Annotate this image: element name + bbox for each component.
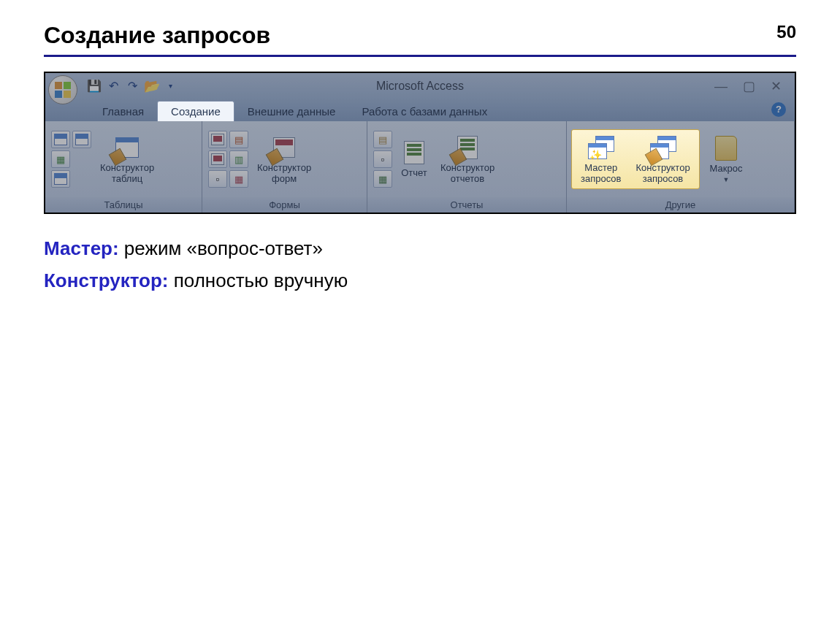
page-number: 50 — [776, 22, 796, 42]
group-forms: ▤ ▥ ▫ ▦ Конструктор форм Формы — [202, 121, 367, 213]
tab-home[interactable]: Главная — [89, 102, 157, 121]
labels-button[interactable]: ▤ — [373, 131, 392, 148]
macro-label: Макрос — [710, 164, 743, 175]
table-templates-button[interactable] — [72, 131, 91, 148]
group-tables: ▦ Конструктор таблиц Таблицы — [45, 121, 202, 213]
wizard-text: режим «вопрос-ответ» — [119, 237, 323, 259]
report-label: Отчет — [401, 168, 427, 179]
table-extra-button[interactable] — [51, 170, 70, 188]
report-button[interactable]: Отчет — [397, 138, 432, 180]
wizard-term: Мастер: — [44, 237, 119, 259]
form-button[interactable] — [208, 131, 227, 148]
tab-database-tools[interactable]: Работа с базами данных — [348, 102, 500, 121]
designer-text: полностью вручную — [168, 269, 348, 291]
pivot-chart-button[interactable]: ▥ — [229, 150, 248, 168]
split-form-button[interactable]: ▤ — [229, 131, 248, 148]
sharepoint-lists-button[interactable]: ▦ — [51, 150, 70, 168]
forms-small-buttons: ▤ ▥ ▫ ▦ — [208, 131, 248, 188]
office-button[interactable] — [48, 75, 77, 104]
report-designer-label: Конструктор отчетов — [440, 163, 495, 185]
form-designer-label: Конструктор форм — [257, 163, 311, 185]
group-tables-label: Таблицы — [45, 197, 202, 213]
blank-form-button[interactable]: ▫ — [208, 170, 227, 188]
group-forms-label: Формы — [202, 197, 367, 213]
tables-small-buttons: ▦ — [51, 131, 91, 188]
wizard-description: Мастер: режим «вопрос-ответ» — [44, 232, 796, 264]
query-designer-button[interactable]: Конструктор запросов — [628, 131, 697, 188]
blank-report-button[interactable]: ▫ — [373, 150, 392, 168]
designer-description: Конструктор: полностью вручную — [44, 264, 796, 297]
designer-term: Конструктор: — [44, 269, 168, 291]
app-title: Microsoft Access — [45, 80, 795, 93]
form-designer-button[interactable]: Конструктор форм — [253, 133, 316, 186]
table-button[interactable] — [51, 131, 70, 148]
more-forms-button[interactable]: ▦ — [229, 170, 248, 188]
query-designer-label: Конструктор запросов — [635, 163, 690, 185]
group-reports-label: Отчеты — [367, 197, 566, 213]
slide-header: Создание запросов 50 — [44, 22, 796, 57]
reports-small-buttons: ▤ ▫ ▦ — [373, 131, 392, 188]
query-buttons-highlight: ✨ Мастер запросов Конструктор запросов — [571, 129, 700, 190]
slide-title: Создание запросов — [44, 22, 270, 49]
query-wizard-button[interactable]: ✨ Мастер запросов — [573, 131, 628, 188]
help-icon[interactable]: ? — [771, 102, 786, 117]
titlebar: 💾 ↶ ↷ 📂 ▾ Microsoft Access — ▢ ✕ — [45, 73, 795, 99]
macro-dropdown-icon[interactable]: ▼ — [723, 176, 730, 183]
macro-button[interactable]: Макрос ▼ — [706, 134, 747, 185]
report-designer-button[interactable]: Конструктор отчетов — [436, 133, 499, 186]
group-other-label: Другие — [567, 197, 794, 213]
multiple-items-button[interactable] — [208, 150, 227, 168]
query-wizard-label: Мастер запросов — [581, 163, 621, 185]
tab-external-data[interactable]: Внешние данные — [234, 102, 349, 121]
ribbon-body: ▦ Конструктор таблиц Таблицы ▤ — [45, 121, 795, 213]
group-reports: ▤ ▫ ▦ Отчет Конструктор отчетов Отчеты — [367, 121, 567, 213]
table-designer-button[interactable]: Конструктор таблиц — [96, 133, 159, 186]
group-other: ✨ Мастер запросов Конструктор запросов М… — [567, 121, 795, 213]
table-designer-label: Конструктор таблиц — [100, 163, 154, 185]
report-wizard-button[interactable]: ▦ — [373, 170, 392, 188]
ribbon-tabs: Главная Создание Внешние данные Работа с… — [45, 99, 795, 121]
descriptions: Мастер: режим «вопрос-ответ» Конструктор… — [44, 232, 796, 297]
access-ribbon-screenshot: 💾 ↶ ↷ 📂 ▾ Microsoft Access — ▢ ✕ Главная… — [44, 72, 796, 214]
tab-create[interactable]: Создание — [157, 101, 234, 121]
